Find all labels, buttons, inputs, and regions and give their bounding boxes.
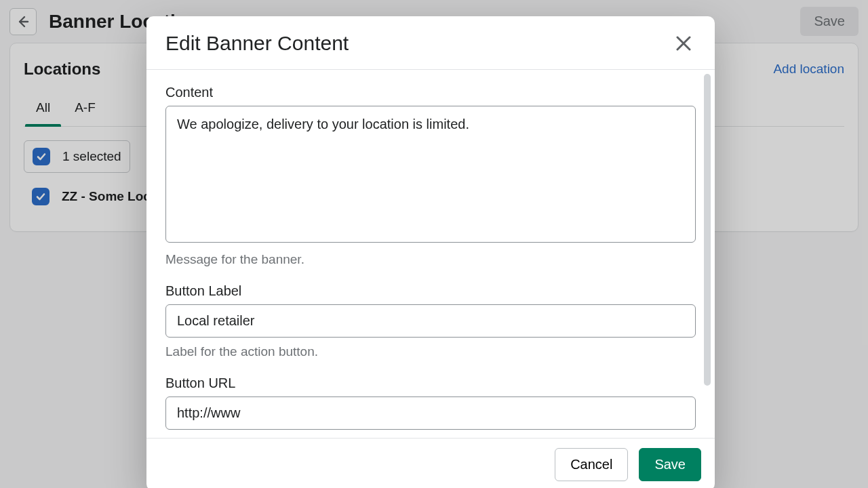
button-url-input[interactable]	[165, 396, 696, 430]
close-button[interactable]	[671, 31, 696, 56]
button-label-field: Button Label Label for the action button…	[165, 283, 696, 359]
content-field: Content Message for the banner.	[165, 85, 696, 267]
close-icon	[675, 35, 692, 52]
modal-body[interactable]: Content Message for the banner. Button L…	[146, 70, 715, 438]
button-url-field: Button URL	[165, 375, 696, 430]
button-label-label: Button Label	[165, 283, 696, 299]
modal-header: Edit Banner Content	[146, 16, 715, 70]
modal-body-wrap: Content Message for the banner. Button L…	[146, 70, 715, 438]
scrollbar[interactable]	[704, 74, 711, 386]
button-url-label: Button URL	[165, 375, 696, 391]
modal-title: Edit Banner Content	[165, 32, 349, 55]
cancel-button[interactable]: Cancel	[555, 448, 628, 481]
content-input[interactable]	[165, 106, 696, 243]
content-label: Content	[165, 85, 696, 100]
content-help: Message for the banner.	[165, 252, 696, 267]
button-label-input[interactable]	[165, 304, 696, 338]
button-label-help: Label for the action button.	[165, 344, 696, 359]
save-button[interactable]: Save	[639, 448, 701, 481]
edit-banner-modal: Edit Banner Content Content Message for …	[146, 16, 715, 488]
modal-footer: Cancel Save	[146, 438, 715, 488]
